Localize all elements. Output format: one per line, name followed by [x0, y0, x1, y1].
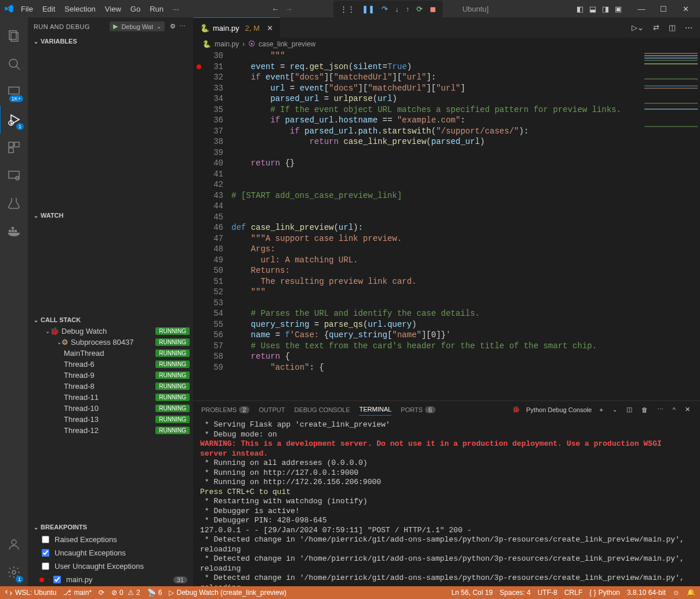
sb-bell-icon[interactable]: 🔔 [687, 589, 695, 597]
sb-interpreter[interactable]: 3.8.10 64-bit [627, 589, 666, 597]
tab-more-icon[interactable]: ⋯ [683, 21, 694, 34]
callstack-item[interactable]: Thread-6RUNNING [28, 359, 193, 370]
callstack-item[interactable]: Thread-12RUNNING [28, 425, 193, 436]
testing-icon[interactable] [0, 189, 28, 217]
sb-ports[interactable]: 📡 6 [147, 589, 162, 597]
maximize-panel-icon[interactable]: ^ [671, 405, 677, 415]
drag-handle-icon[interactable]: ⋮⋮ [338, 3, 357, 15]
sb-eol[interactable]: CRLF [564, 589, 582, 597]
sb-debug-status[interactable]: ▷ Debug Watch (create_link_preview) [169, 589, 286, 597]
nav-back-icon[interactable]: ← [270, 3, 281, 15]
terminal-profile-label[interactable]: Python Debug Console [526, 406, 592, 413]
svg-rect-14 [12, 230, 14, 232]
run-dropdown-icon[interactable]: ▷⌄ [630, 21, 645, 34]
breakpoint-file[interactable]: main.py31 [28, 573, 193, 586]
layout-right-icon[interactable]: ◨ [600, 3, 611, 15]
callstack-item[interactable]: Thread-8RUNNING [28, 381, 193, 392]
pause-icon[interactable]: ❚❚ [360, 3, 376, 15]
sb-branch[interactable]: ⎇ main* [63, 589, 92, 597]
breakpoint-option[interactable]: User Uncaught Exceptions [28, 560, 193, 573]
layout-customize-icon[interactable]: ▣ [613, 3, 623, 15]
callstack-item[interactable]: MainThreadRUNNING [28, 348, 193, 359]
sb-language[interactable]: { } Python [589, 589, 620, 597]
tab-close-icon[interactable]: ✕ [267, 24, 273, 33]
panel-more-icon[interactable]: ⋯ [655, 404, 665, 415]
gear-icon[interactable]: ⚙ [168, 21, 177, 32]
step-into-icon[interactable]: ↓ [393, 3, 401, 15]
callstack-item[interactable]: Thread-9RUNNING [28, 370, 193, 381]
explorer-icon[interactable] [0, 22, 28, 50]
checkbox[interactable] [42, 562, 49, 570]
nav-forward-icon[interactable]: → [283, 3, 294, 15]
section-variables[interactable]: ⌄VARIABLES [28, 35, 193, 47]
maximize-button[interactable]: ☐ [654, 5, 673, 13]
step-out-icon[interactable]: ↑ [404, 3, 412, 15]
menu-selection[interactable]: Selection [60, 2, 100, 16]
menu-file[interactable]: File [16, 2, 38, 16]
menu-···[interactable]: ··· [168, 2, 184, 16]
close-panel-icon[interactable]: ✕ [683, 404, 692, 415]
breakpoint-option[interactable]: Uncaught Exceptions [28, 546, 193, 560]
menu-view[interactable]: View [100, 2, 126, 16]
menu-edit[interactable]: Edit [38, 2, 60, 16]
callstack-item[interactable]: Thread-13RUNNING [28, 414, 193, 425]
layout-left-icon[interactable]: ◧ [575, 3, 585, 15]
close-window-button[interactable]: ✕ [676, 5, 695, 13]
sb-problems[interactable]: ⊘ 0 ⚠ 2 [111, 589, 140, 597]
extensions-icon[interactable] [0, 133, 28, 161]
step-over-icon[interactable]: ↷ [380, 3, 390, 15]
tab-problems[interactable]: PROBLEMS2 [201, 404, 249, 416]
callstack-item[interactable]: Thread-11RUNNING [28, 392, 193, 403]
stop-icon[interactable]: ◼ [428, 3, 438, 15]
split-terminal-icon[interactable]: ◫ [625, 404, 634, 415]
tab-debug-console[interactable]: DEBUG CONSOLE [295, 404, 350, 416]
sb-remote[interactable]: WSL: Ubuntu [5, 589, 56, 597]
diff-icon[interactable]: ⇄ [651, 21, 661, 34]
chevron-down-icon[interactable]: ⌄ [157, 23, 161, 30]
tab-output[interactable]: OUTPUT [259, 404, 285, 416]
search-icon[interactable] [0, 50, 28, 78]
run-debug-icon[interactable]: 1 [0, 106, 28, 133]
callstack-item[interactable]: Thread-10RUNNING [28, 403, 193, 414]
menu-go[interactable]: Go [126, 2, 145, 16]
callstack-item[interactable]: ⌄ 🐞Debug WatchRUNNING [28, 326, 193, 337]
debug-config-selector[interactable]: ▶ Debug Wat ⌄ [110, 21, 165, 31]
menu-run[interactable]: Run [145, 2, 168, 16]
editor[interactable]: 3031323334353637383940414243444546474849… [193, 50, 700, 400]
checkbox[interactable] [53, 576, 61, 583]
tab-ports[interactable]: PORTS6 [401, 404, 436, 416]
minimize-button[interactable]: — [632, 5, 651, 13]
checkbox[interactable] [42, 536, 49, 543]
status-bar: WSL: Ubuntu ⎇ main* ⟳ ⊘ 0 ⚠ 2 📡 6 ▷ Debu… [0, 586, 700, 599]
checkbox[interactable] [42, 549, 49, 557]
remote-explorer-icon[interactable]: 1K+ [0, 78, 28, 106]
remote-icon[interactable] [0, 161, 28, 189]
restart-icon[interactable]: ⟳ [415, 3, 425, 15]
section-breakpoints[interactable]: ⌄BREAKPOINTS [28, 521, 193, 533]
tab-terminal[interactable]: TERMINAL [359, 403, 391, 416]
breakpoint-option[interactable]: Raised Exceptions [28, 533, 193, 546]
breadcrumb[interactable]: 🐍 main.py › ⦿ case_link_preview [193, 38, 700, 50]
terminal-content[interactable]: * Serving Flask app 'create_link_preview… [193, 418, 700, 586]
docker-icon[interactable] [0, 217, 28, 245]
sb-feedback-icon[interactable]: ☺ [673, 589, 680, 597]
layout-bottom-icon[interactable]: ⬓ [587, 3, 598, 15]
play-icon[interactable]: ▶ [113, 23, 118, 30]
section-callstack[interactable]: ⌄CALL STACK [28, 314, 193, 326]
new-terminal-icon[interactable]: + [597, 405, 604, 415]
more-icon[interactable]: ⋯ [177, 21, 187, 32]
settings-gear-icon[interactable]: 1 [0, 558, 28, 586]
minimap[interactable] [641, 50, 700, 400]
terminal-dropdown-icon[interactable]: ⌄ [611, 405, 619, 414]
sb-encoding[interactable]: UTF-8 [538, 589, 557, 597]
sb-sync[interactable]: ⟳ [99, 589, 104, 597]
sb-position[interactable]: Ln 56, Col 19 [451, 589, 492, 597]
tab-main-py[interactable]: 🐍 main.py 2, M ✕ [193, 17, 280, 38]
callstack-item[interactable]: ⌄ ⚙Subprocess 80437RUNNING [28, 337, 193, 348]
kill-terminal-icon[interactable]: 🗑 [640, 405, 650, 415]
split-editor-icon[interactable]: ◫ [667, 21, 677, 34]
section-watch[interactable]: ⌄WATCH [28, 210, 193, 221]
sb-spaces[interactable]: Spaces: 4 [500, 589, 531, 597]
svg-rect-10 [9, 148, 13, 153]
accounts-icon[interactable] [0, 531, 28, 558]
